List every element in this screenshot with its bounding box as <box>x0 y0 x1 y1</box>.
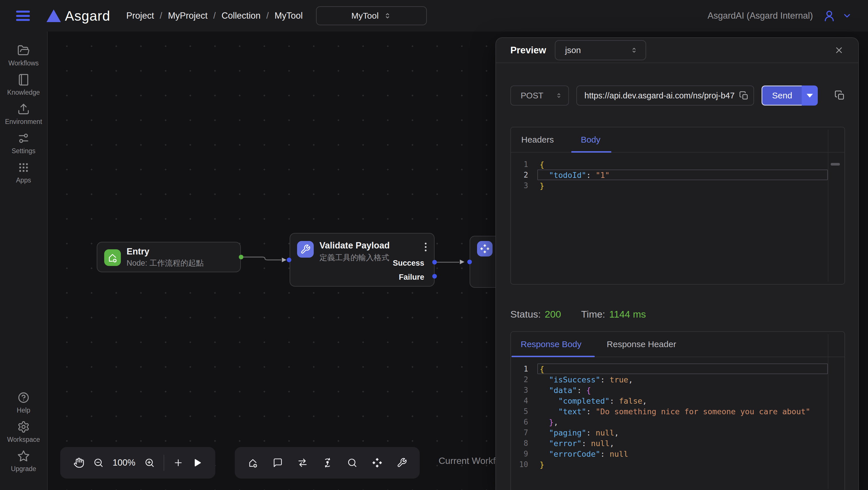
line-content: "todoId": "1" <box>537 169 828 180</box>
breadcrumb-myproject[interactable]: MyProject <box>168 11 208 21</box>
line-number: 8 <box>511 439 528 448</box>
url-value: https://api.dev.asgard-ai.com/ns/proj-b4… <box>584 91 735 100</box>
code-line[interactable]: 2 "isSuccess": true, <box>511 374 844 385</box>
tool-node-button[interactable] <box>397 458 407 468</box>
code-line[interactable]: 2 "todoId": "1" <box>511 169 844 180</box>
breadcrumb-project[interactable]: Project <box>126 11 154 21</box>
breadcrumb-collection[interactable]: Collection <box>222 11 260 21</box>
copy-request-icon[interactable] <box>834 90 845 101</box>
line-content: } <box>537 459 828 470</box>
sidebar-item-workflows[interactable]: Workflows <box>1 44 46 67</box>
panel-title: Preview <box>510 45 546 56</box>
request-tabs: Headers Body <box>511 127 844 153</box>
editor-scrollbar[interactable] <box>828 130 828 282</box>
api-node-button[interactable] <box>372 457 383 468</box>
hamburger-menu-button[interactable] <box>16 11 30 21</box>
line-number: 7 <box>511 428 528 437</box>
code-line[interactable]: 8 "error": null, <box>511 438 844 448</box>
response-card: Response Body Response Header 1{2 "isSuc… <box>510 331 845 490</box>
tab-headers[interactable]: Headers <box>521 135 554 144</box>
sidebar-item-settings[interactable]: Settings <box>1 132 46 155</box>
user-icon[interactable] <box>823 9 836 22</box>
sidebar-item-label: Workspace <box>7 436 40 444</box>
line-number: 1 <box>511 365 528 373</box>
chevron-down-icon[interactable] <box>842 11 852 21</box>
sidebar-item-apps[interactable]: Apps <box>1 161 46 184</box>
code-line[interactable]: 7 "paging": null, <box>511 427 844 438</box>
node-validate-payload[interactable]: Validate Payload 定義工具的輸入格式 Success Failu… <box>290 233 435 287</box>
status-value: 200 <box>545 309 561 320</box>
hand-icon <box>73 457 84 468</box>
line-number: 2 <box>511 171 528 179</box>
sidebar-item-environment[interactable]: Environment <box>1 103 46 126</box>
send-button[interactable]: Send <box>762 86 802 105</box>
response-tabs: Response Body Response Header <box>511 332 844 357</box>
sidebar-item-workspace[interactable]: Workspace <box>1 421 46 444</box>
line-number: 2 <box>511 375 528 384</box>
code-line[interactable]: 4 "completed": false, <box>511 395 844 406</box>
tool-selector-value: MyTool <box>351 11 379 21</box>
comment-button[interactable] <box>272 458 283 468</box>
code-line[interactable]: 1{ <box>511 363 844 374</box>
request-body-editor[interactable]: 1{2 "todoId": "1"3} <box>511 153 844 284</box>
tool-selector-dropdown[interactable]: MyTool <box>316 6 427 25</box>
chevron-up-down-icon <box>631 46 638 54</box>
viewer-scrollbar[interactable] <box>828 334 828 489</box>
line-number: 4 <box>511 396 528 405</box>
run-button[interactable] <box>192 458 202 468</box>
code-line[interactable]: 10} <box>511 459 844 470</box>
zoom-level-indicator[interactable]: 100% <box>113 458 135 468</box>
code-line[interactable]: 1{ <box>511 159 844 169</box>
node-title: Entry <box>127 247 149 257</box>
code-line[interactable]: 3} <box>511 180 844 191</box>
response-body-viewer[interactable]: 1{2 "isSuccess": true,3 "data": {4 "comp… <box>511 358 844 490</box>
code-line[interactable]: 3 "data": { <box>511 385 844 395</box>
zoom-out-icon <box>93 458 104 468</box>
close-icon[interactable] <box>834 45 844 55</box>
tab-response-body[interactable]: Response Body <box>521 339 582 349</box>
book-icon <box>17 73 30 86</box>
gear-icon <box>17 421 30 433</box>
line-number: 3 <box>511 386 528 394</box>
code-line[interactable]: 9 "errorCode": null <box>511 448 844 459</box>
tab-body[interactable]: Body <box>581 135 600 144</box>
url-input[interactable]: https://api.dev.asgard-ai.com/ns/proj-b4… <box>577 86 754 105</box>
node-entry[interactable]: Entry Node: 工作流程的起點 <box>97 242 241 272</box>
swap-connections-button[interactable] <box>297 457 308 468</box>
node-subtitle: Node: 工作流程的起點 <box>127 258 204 268</box>
sidebar-item-help[interactable]: Help <box>1 391 46 414</box>
format-select[interactable]: json <box>555 40 646 60</box>
app-name: Asgard <box>65 8 110 24</box>
code-line[interactable]: 5 "text": "Do something nice for someone… <box>511 406 844 417</box>
sliders-icon <box>17 132 30 144</box>
port-label-success: Success <box>393 259 424 268</box>
pan-hand-button[interactable] <box>73 457 84 468</box>
sidebar-item-label: Workflows <box>8 59 39 67</box>
wrench-icon <box>297 241 314 258</box>
star-icon <box>17 450 30 462</box>
sidebar-item-label: Environment <box>5 118 42 126</box>
add-button[interactable] <box>173 458 183 468</box>
line-number: 6 <box>511 418 528 426</box>
ai-suggest-button[interactable] <box>322 457 333 468</box>
copy-icon[interactable] <box>739 91 749 101</box>
zoom-out-button[interactable] <box>93 458 104 468</box>
add-entry-node-button[interactable] <box>247 457 258 468</box>
sidebar-item-knowledge[interactable]: Knowledge <box>1 73 46 96</box>
search-button[interactable] <box>347 458 358 468</box>
line-content: { <box>537 363 828 374</box>
breadcrumb-mytool[interactable]: MyTool <box>274 11 303 21</box>
toolbar-divider <box>164 455 164 471</box>
editor-scroll-marker <box>831 163 840 166</box>
house-plus-icon <box>247 457 258 468</box>
sidebar-item-label: Settings <box>11 147 35 155</box>
code-line[interactable]: 6 }, <box>511 417 844 427</box>
zoom-in-button[interactable] <box>144 458 155 468</box>
node-menu-button[interactable] <box>425 243 427 251</box>
method-select[interactable]: POST <box>510 86 569 105</box>
tab-response-header[interactable]: Response Header <box>607 339 676 349</box>
send-options-button[interactable] <box>802 86 818 105</box>
api-diamond-icon <box>477 241 493 257</box>
time-label: Time: <box>581 309 606 320</box>
sidebar-item-upgrade[interactable]: Upgrade <box>1 450 46 473</box>
